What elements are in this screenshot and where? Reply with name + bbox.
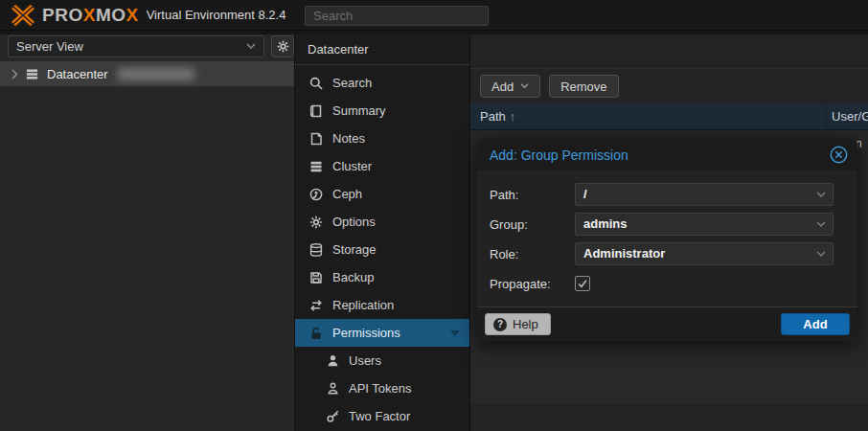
- dialog-footer: ? Help Add: [477, 306, 857, 341]
- add-group-permission-dialog: Add: Group Permission Path: / Group: adm…: [477, 139, 857, 341]
- chevron-down-icon: [246, 43, 256, 50]
- tree-settings-button[interactable]: [271, 35, 294, 57]
- path-field-label: Path:: [477, 188, 575, 202]
- menu-item-permissions[interactable]: Permissions: [295, 319, 469, 347]
- expanded-caret-icon: [450, 330, 460, 336]
- summary-icon: [308, 103, 324, 119]
- menu-item-backup[interactable]: Backup: [295, 263, 469, 291]
- menu-item-storage[interactable]: Storage: [295, 236, 469, 263]
- column-header-user-group[interactable]: User/G: [826, 103, 868, 129]
- tree-node-label: Datacenter: [47, 67, 108, 81]
- menu-item-replication[interactable]: Replication: [295, 291, 469, 319]
- resource-tree-panel: Server View Datacenter: [0, 34, 294, 431]
- menu-item-api-tokens[interactable]: API Tokens: [295, 374, 469, 402]
- menu-item-summary[interactable]: Summary: [295, 97, 469, 125]
- dialog-add-button[interactable]: Add: [781, 313, 850, 335]
- gear-icon: [276, 39, 290, 54]
- propagate-checkbox[interactable]: [575, 276, 590, 291]
- field-row-group: Group: admins: [477, 213, 846, 236]
- column-header-path[interactable]: Path↑: [470, 103, 826, 129]
- add-menu-button[interactable]: Add: [480, 75, 540, 98]
- menu-items: Search Summary Notes: [295, 65, 469, 430]
- menu-item-users[interactable]: Users: [295, 347, 469, 374]
- propagate-field-label: Propagate:: [477, 277, 575, 291]
- chevron-down-icon: [816, 221, 826, 228]
- storage-icon: [308, 242, 324, 258]
- version-label: Virtual Environment 8.2.4: [147, 8, 286, 22]
- permissions-grid-header: Path↑ User/G: [470, 103, 868, 130]
- options-gear-icon: [308, 215, 324, 230]
- users-icon: [326, 353, 340, 368]
- group-combobox[interactable]: admins: [575, 213, 834, 236]
- chevron-down-icon: [520, 83, 529, 89]
- dialog-title: Add: Group Permission: [490, 147, 829, 163]
- menu-item-two-factor[interactable]: Two Factor: [295, 402, 469, 430]
- app-header: PROXMOX Virtual Environment 8.2.4: [0, 0, 868, 31]
- menu-item-options[interactable]: Options: [295, 208, 469, 236]
- group-field-label: Group:: [477, 217, 575, 232]
- question-mark-icon: ?: [493, 318, 507, 331]
- permissions-lock-icon: [308, 326, 324, 341]
- replication-arrows-icon: [308, 298, 324, 313]
- chevron-down-icon: [816, 251, 826, 258]
- api-tokens-icon: [326, 381, 340, 396]
- proxmox-app: PROXMOX Virtual Environment 8.2.4 Server…: [0, 0, 868, 431]
- panel-title: Datacenter: [295, 34, 469, 65]
- search-icon: [308, 76, 324, 91]
- field-row-path: Path: /: [477, 183, 846, 206]
- global-search-input[interactable]: [305, 6, 489, 26]
- two-factor-key-icon: [326, 409, 340, 423]
- view-mode-select[interactable]: Server View: [8, 35, 264, 57]
- menu-item-search[interactable]: Search: [295, 69, 469, 97]
- proxmox-logo-icon: [10, 5, 36, 26]
- field-row-role: Role: Administrator: [477, 242, 846, 265]
- tree-node-datacenter[interactable]: Datacenter: [0, 61, 294, 86]
- menu-item-ceph[interactable]: Ceph: [295, 180, 469, 208]
- dialog-header[interactable]: Add: Group Permission: [477, 139, 857, 170]
- redacted-node-name: [118, 68, 194, 80]
- ceph-icon: [308, 187, 324, 202]
- backup-floppy-icon: [308, 270, 324, 285]
- path-combobox[interactable]: /: [575, 183, 834, 206]
- content-header-strip: [470, 34, 868, 69]
- menu-item-cluster[interactable]: Cluster: [295, 152, 469, 180]
- chevron-down-icon: [816, 192, 826, 198]
- notes-icon: [308, 131, 324, 147]
- logo-wordmark: PROXMOX: [42, 0, 139, 31]
- menu-item-notes[interactable]: Notes: [295, 125, 469, 152]
- expander-chevron-icon[interactable]: [11, 69, 18, 79]
- role-field-label: Role:: [477, 247, 575, 261]
- permissions-toolbar: Add Remove: [470, 69, 868, 103]
- field-row-propagate: Propagate:: [477, 272, 846, 295]
- role-combobox[interactable]: Administrator: [575, 242, 834, 265]
- view-mode-label: Server View: [16, 39, 246, 54]
- sort-asc-icon: ↑: [510, 109, 516, 124]
- help-button[interactable]: ? Help: [485, 313, 551, 335]
- cluster-icon: [308, 159, 324, 174]
- dialog-close-button[interactable]: [829, 146, 848, 165]
- datacenter-icon: [25, 67, 39, 81]
- datacenter-menu-panel: Datacenter Search Summary: [294, 34, 469, 431]
- remove-button[interactable]: Remove: [549, 75, 618, 98]
